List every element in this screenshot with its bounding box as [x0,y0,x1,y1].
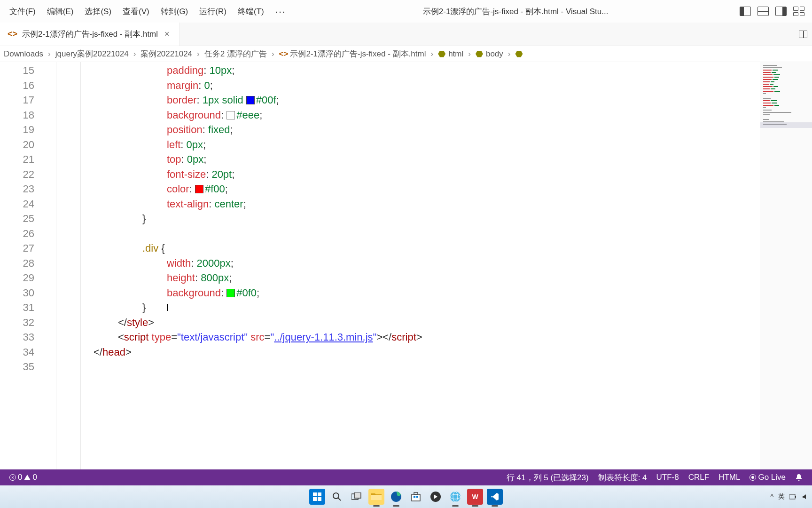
toggle-primary-sidebar-icon[interactable] [740,7,751,16]
menu-overflow[interactable]: ··· [270,6,292,17]
struct-icon [438,51,445,57]
svg-rect-9 [412,494,420,501]
line-number: 33 [0,330,34,345]
html-file-icon: <> [8,29,17,39]
chevron-right-icon: › [45,49,54,59]
status-bar: × 0 0 行 41，列 5 (已选择23) 制表符长度: 4 UTF-8 CR… [0,469,812,485]
chevron-right-icon: › [269,49,277,59]
code-line[interactable]: margin: 0; [45,78,760,93]
code-line[interactable]: border: 1px solid #00f; [45,93,760,108]
start-button[interactable] [309,489,325,505]
code-line[interactable]: color: #f00; [45,182,760,197]
breadcrumb-item[interactable]: Downloads [4,49,43,59]
layout-controls [740,7,808,16]
svg-rect-17 [789,494,795,499]
code-content[interactable]: padding: 10px;margin: 0;border: 1px soli… [45,62,760,469]
color-swatch[interactable] [195,185,203,193]
menu-go[interactable]: 转到(G) [155,6,194,17]
line-number: 23 [0,182,34,197]
volume-icon[interactable] [802,493,808,500]
error-count: 0 [18,473,22,482]
code-line[interactable] [45,359,760,374]
code-line[interactable]: padding: 10px; [45,63,760,78]
code-line[interactable]: width: 2000px; [45,256,760,271]
html-file-icon: <> [279,49,289,59]
svg-rect-7 [354,492,361,498]
menu-file[interactable]: 文件(F) [4,6,41,17]
code-line[interactable]: position: fixed; [45,122,760,137]
code-line[interactable]: top: 0px; [45,152,760,167]
menu-run[interactable]: 运行(R) [194,6,232,17]
code-line[interactable]: <script type="text/javascript" src="../j… [45,330,760,345]
status-problems[interactable]: × 0 0 [5,473,42,482]
menu-selection[interactable]: 选择(S) [79,6,117,17]
code-line[interactable]: left: 0px; [45,137,760,152]
breadcrumb-item[interactable]: jquery案例20221024 [55,48,129,59]
system-tray[interactable]: ^ 英 [770,492,808,501]
code-line[interactable] [45,226,760,241]
toggle-panel-icon[interactable] [757,7,769,16]
browser-icon[interactable] [447,489,463,505]
file-explorer-icon[interactable] [368,489,384,505]
window-title: 示例2-1漂浮的广告-js-fixed - 副本.html - Visual S… [291,6,740,17]
task-view-icon[interactable] [349,489,365,505]
status-notifications-icon[interactable] [790,472,807,483]
breadcrumb-item[interactable]: 案例20221024 [141,48,192,59]
microsoft-store-icon[interactable] [408,489,424,505]
code-line[interactable]: } [45,211,760,226]
editor[interactable]: 1516171819202122232425262728293031323334… [0,62,812,469]
minimap[interactable] [760,62,812,469]
windows-taskbar: W ^ 英 [0,485,812,508]
chevron-right-icon: › [428,49,436,59]
line-number: 22 [0,167,34,182]
status-eol[interactable]: CRLF [684,472,714,483]
line-number: 32 [0,315,34,330]
code-line[interactable]: } I [45,300,760,315]
code-line[interactable]: font-size: 20pt; [45,167,760,182]
wps-icon[interactable]: W [467,489,483,505]
menu-bar: 文件(F) 编辑(E) 选择(S) 查看(V) 转到(G) 运行(R) 终端(T… [0,0,812,23]
line-number: 21 [0,152,34,167]
code-line[interactable]: .div { [45,241,760,256]
split-editor-icon[interactable] [794,23,812,46]
breadcrumb-struct[interactable]: html [448,49,463,59]
vscode-icon[interactable] [487,489,503,505]
edge-browser-icon[interactable] [388,489,404,505]
line-number: 29 [0,270,34,286]
code-line[interactable]: text-align: center; [45,197,760,212]
status-language[interactable]: HTML [714,472,745,483]
color-swatch[interactable] [226,111,235,119]
breadcrumb-file[interactable]: 示例2-1漂浮的广告-js-fixed - 副本.html [290,48,426,59]
menu-edit[interactable]: 编辑(E) [41,6,79,17]
app-icon[interactable] [428,489,444,505]
battery-icon[interactable] [789,493,797,500]
line-number: 35 [0,359,34,374]
search-icon[interactable] [329,489,345,505]
toggle-secondary-sidebar-icon[interactable] [775,7,787,16]
status-cursor-position[interactable]: 行 41，列 5 (已选择23) [502,472,593,483]
code-line[interactable]: background: #eee; [45,108,760,123]
status-go-live[interactable]: Go Live [745,472,790,483]
menu-view[interactable]: 查看(V) [117,6,155,17]
text-cursor: I [146,302,169,313]
code-line[interactable]: background: #0f0; [45,286,760,301]
tray-ime[interactable]: 英 [778,492,785,501]
breadcrumb-struct[interactable]: body [486,49,503,59]
customize-layout-icon[interactable] [793,7,804,16]
color-swatch[interactable] [246,96,255,104]
svg-rect-18 [795,496,796,498]
tab-active[interactable]: <> 示例2-1漂浮的广告-js-fixed - 副本.html × [0,23,180,46]
code-line[interactable]: </style> [45,315,760,330]
svg-line-5 [338,498,341,500]
code-line[interactable]: height: 800px; [45,270,760,286]
color-swatch[interactable] [226,289,235,297]
tray-chevron-icon[interactable]: ^ [770,493,773,500]
svg-point-4 [333,493,339,499]
status-encoding[interactable]: UTF-8 [652,472,684,483]
menu-terminal[interactable]: 终端(T) [232,6,270,17]
breadcrumb-item[interactable]: 任务2 漂浮的广告 [204,48,267,59]
tab-close-icon[interactable]: × [163,29,172,39]
status-indentation[interactable]: 制表符长度: 4 [593,472,652,483]
code-line[interactable]: </head> [45,345,760,360]
svg-rect-10 [414,492,418,494]
